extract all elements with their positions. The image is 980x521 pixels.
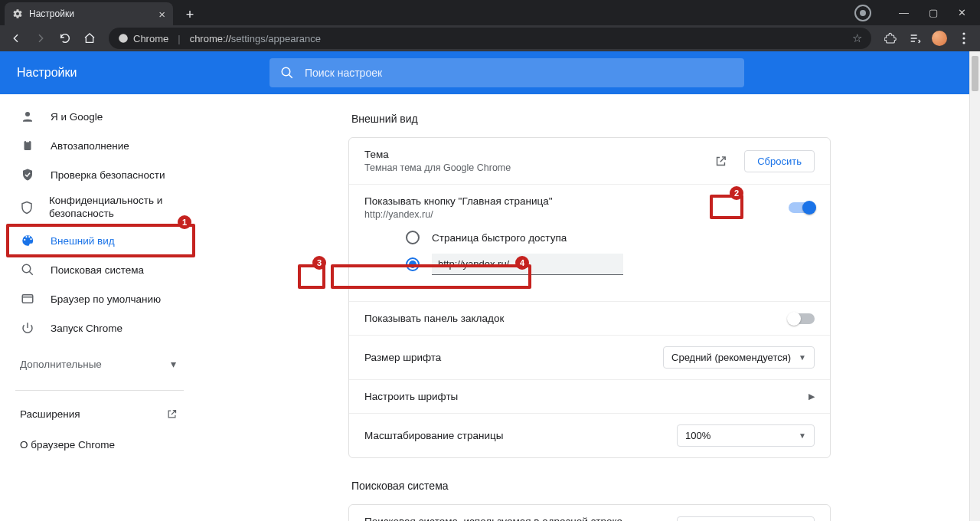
bookmark-star-button[interactable]: ☆ [852, 31, 862, 45]
home-button-row: Показывать кнопку "Главная страница" htt… [349, 184, 830, 301]
address-bar[interactable]: Chrome | chrome://settings/appearance ☆ [109, 28, 871, 49]
omnibox-security-label: Chrome [133, 33, 168, 44]
radio-icon[interactable] [406, 231, 420, 244]
font-size-label: Размер шрифта [364, 352, 663, 363]
svg-point-1 [962, 32, 965, 34]
reset-theme-button[interactable]: Сбросить [744, 150, 815, 172]
svg-point-4 [282, 67, 290, 76]
settings-main: Внешний вид Тема Темная тема для Google … [199, 94, 980, 521]
radio-checked-icon[interactable] [406, 257, 420, 271]
new-tab-button[interactable]: + [179, 4, 201, 25]
page-zoom-value: 100% [685, 430, 710, 441]
sidebar-extensions-link[interactable]: Расширения [0, 398, 199, 429]
annotation-badge-2: 2 [730, 186, 743, 200]
chrome-icon [118, 33, 129, 44]
settings-search[interactable] [270, 58, 744, 87]
close-window-button[interactable]: ✕ [958, 7, 966, 18]
window-controls: — ▢ ✕ [854, 0, 980, 25]
sidebar-about-link[interactable]: О браузере Chrome [0, 429, 199, 460]
svg-point-0 [119, 34, 128, 43]
page-zoom-row: Масштабирование страницы 100% ▼ [349, 413, 830, 457]
font-size-select[interactable]: Средний (рекомендуется) ▼ [663, 346, 815, 369]
bookmarks-bar-label: Показывать панель закладок [364, 313, 789, 324]
settings-page: Настройки Я и Google Автозаполнение Пров… [0, 51, 980, 521]
page-zoom-label: Масштабирование страницы [364, 430, 677, 441]
avatar-icon [932, 31, 947, 46]
default-search-engine-label: Поисковая система, используемая в адресн… [364, 516, 626, 521]
home-option-custom-url[interactable] [406, 249, 799, 280]
page-zoom-select[interactable]: 100% ▼ [677, 424, 815, 447]
appearance-card: Тема Темная тема для Google Chrome Сброс… [348, 137, 831, 458]
browser-toolbar: Chrome | chrome://settings/appearance ☆ [0, 25, 980, 51]
profile-badge-icon[interactable] [854, 5, 871, 21]
minimize-button[interactable]: — [899, 7, 909, 18]
home-button-url: http://yandex.ru/ [364, 209, 789, 220]
sidebar-item-search-engine[interactable]: Поисковая система [0, 255, 191, 284]
palette-icon [20, 234, 35, 247]
search-engine-heading: Поисковая система [351, 480, 831, 492]
home-button-toggle[interactable] [789, 202, 815, 213]
open-in-new-icon [166, 408, 178, 420]
chevron-down-icon: ▾ [171, 358, 176, 370]
svg-point-5 [25, 112, 30, 116]
appearance-heading: Внешний вид [351, 113, 831, 125]
default-search-engine-select[interactable]: Google ▼ [677, 516, 815, 522]
home-button[interactable] [80, 28, 100, 48]
sidebar-item-autofill[interactable]: Автозаполнение [0, 131, 191, 160]
annotation-badge-4: 4 [515, 256, 529, 270]
sidebar-advanced-toggle[interactable]: Дополнительные ▾ [0, 349, 199, 379]
media-controls-button[interactable] [905, 28, 925, 48]
window-icon [20, 292, 35, 306]
sidebar-about-label: О браузере Chrome [20, 439, 115, 451]
home-option-newtab[interactable]: Страница быстрого доступа [406, 226, 799, 249]
theme-label: Тема [364, 149, 714, 160]
shield-icon [20, 201, 34, 215]
font-size-row: Размер шрифта Средний (рекомендуется) ▼ [349, 335, 830, 379]
default-search-engine-row: Поисковая система, используемая в адресн… [349, 505, 830, 521]
svg-point-3 [962, 41, 965, 44]
bookmarks-bar-toggle[interactable] [789, 313, 815, 324]
open-in-new-icon[interactable] [714, 155, 727, 168]
sidebar-advanced-label: Дополнительные [20, 359, 102, 370]
search-icon [280, 66, 294, 80]
font-size-value: Средний (рекомендуется) [671, 352, 791, 363]
tab-close-button[interactable]: × [158, 8, 165, 20]
sidebar-separator [15, 390, 184, 391]
omnibox-url: chrome://settings/appearance [190, 33, 321, 44]
forward-button[interactable] [31, 28, 51, 48]
sidebar-item-on-startup[interactable]: Запуск Chrome [0, 313, 191, 342]
sidebar-item-appearance[interactable]: Внешний вид [0, 226, 191, 255]
sidebar-item-default-browser[interactable]: Браузер по умолчанию [0, 284, 191, 313]
profile-button[interactable] [929, 28, 949, 48]
chevron-down-icon: ▼ [799, 353, 806, 362]
settings-title: Настройки [17, 66, 270, 80]
power-icon [20, 321, 35, 335]
sidebar-item-label: Я и Google [51, 111, 103, 123]
menu-button[interactable] [954, 28, 974, 48]
person-icon [20, 110, 35, 123]
maximize-button[interactable]: ▢ [929, 7, 938, 18]
theme-desc: Темная тема для Google Chrome [364, 162, 714, 173]
sidebar-item-label: Внешний вид [51, 235, 115, 247]
extensions-button[interactable] [880, 28, 900, 48]
sidebar-item-you-and-google[interactable]: Я и Google [0, 102, 191, 131]
chevron-down-icon: ▼ [799, 431, 806, 440]
site-info-button[interactable]: Chrome [118, 33, 168, 44]
sidebar-item-safety-check[interactable]: Проверка безопасности [0, 160, 191, 189]
back-button[interactable] [6, 28, 26, 48]
search-icon [20, 263, 35, 277]
sidebar-item-privacy[interactable]: Конфиденциальность и безопасность [0, 189, 191, 226]
reload-button[interactable] [55, 28, 75, 48]
svg-rect-7 [26, 140, 30, 143]
svg-rect-9 [22, 295, 33, 303]
scrollbar-thumb[interactable] [972, 56, 978, 91]
tab-title: Настройки [29, 8, 74, 19]
search-engine-card: Поисковая система, используемая в адресн… [348, 504, 831, 521]
chevron-right-icon: ▶ [808, 392, 815, 401]
home-option-newtab-label: Страница быстрого доступа [432, 232, 567, 244]
browser-tab[interactable]: Настройки × [5, 2, 173, 25]
theme-row[interactable]: Тема Темная тема для Google Chrome Сброс… [349, 138, 830, 184]
page-scrollbar[interactable] [969, 51, 980, 521]
customize-fonts-row[interactable]: Настроить шрифты ▶ [349, 379, 830, 413]
settings-search-input[interactable] [305, 67, 733, 79]
